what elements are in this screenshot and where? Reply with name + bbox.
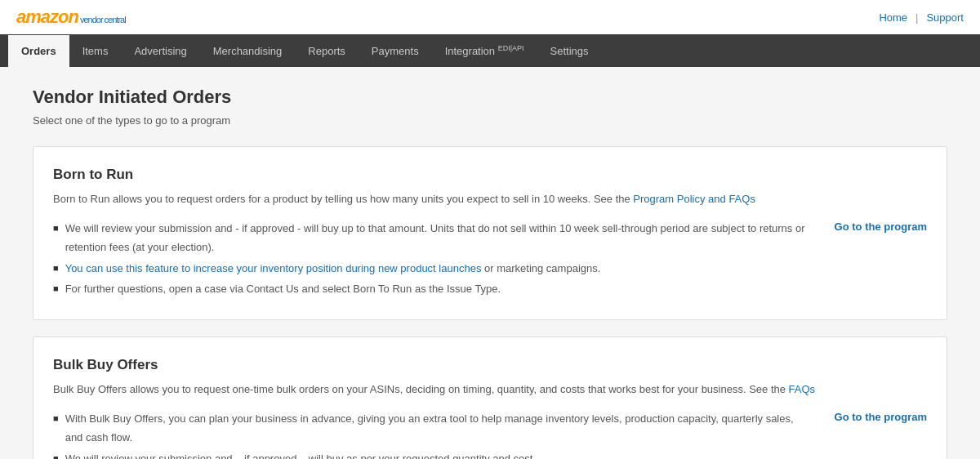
list-item: ■ We will review your submission and – i… — [53, 449, 810, 459]
nav-item-orders[interactable]: Orders — [8, 35, 69, 67]
nav-item-merchandising[interactable]: Merchandising — [200, 35, 296, 67]
bullet-icon: ■ — [53, 221, 59, 237]
support-link[interactable]: Support — [926, 11, 964, 24]
list-item: ■ We will review your submission and - i… — [53, 219, 810, 257]
bullet-icon: ■ — [53, 411, 59, 427]
born-to-run-description: Born to Run allows you to request orders… — [53, 191, 927, 207]
top-bar: amazonvendor central Home | Support — [0, 0, 980, 34]
nav-divider: | — [915, 11, 918, 24]
born-to-run-policy-link[interactable]: Program Policy and FAQs — [633, 193, 755, 205]
born-to-run-card: Born to Run Born to Run allows you to re… — [33, 146, 947, 320]
bullet-text: We will review your submission and - if … — [65, 219, 810, 257]
page-title: Vendor Initiated Orders — [33, 87, 947, 108]
list-item: ■ With Bulk Buy Offers, you can plan you… — [53, 409, 810, 448]
bullet-text: With Bulk Buy Offers, you can plan your … — [65, 409, 810, 448]
bullet-text: For further questions, open a case via C… — [65, 279, 501, 298]
bulk-buy-card: Bulk Buy Offers Bulk Buy Offers allows y… — [33, 336, 947, 459]
nav-item-payments[interactable]: Payments — [359, 35, 432, 67]
vendor-central-label: vendor central — [80, 15, 126, 25]
nav-item-reports[interactable]: Reports — [295, 35, 359, 67]
nav-item-advertising[interactable]: Advertising — [121, 35, 199, 67]
bulk-buy-go-link[interactable]: Go to the program — [835, 411, 927, 423]
bulk-buy-body: ■ With Bulk Buy Offers, you can plan you… — [53, 409, 927, 459]
amazon-logo: amazonvendor central — [16, 7, 126, 28]
bulk-buy-title: Bulk Buy Offers — [53, 357, 927, 373]
bulk-buy-faqs-link[interactable]: FAQs — [789, 383, 816, 395]
bulk-buy-description: Bulk Buy Offers allows you to request on… — [53, 381, 927, 398]
main-content: Vendor Initiated Orders Select one of th… — [0, 67, 980, 459]
born-to-run-body: ■ We will review your submission and - i… — [53, 219, 927, 301]
born-to-run-action: Go to the program — [835, 219, 927, 233]
born-to-run-bullets: ■ We will review your submission and - i… — [53, 219, 810, 301]
inventory-link[interactable]: You can use this feature to increase you… — [65, 262, 482, 274]
list-item: ■ You can use this feature to increase y… — [53, 259, 810, 278]
bullet-icon: ■ — [53, 261, 59, 277]
nav-bar: Orders Items Advertising Merchandising R… — [0, 34, 980, 67]
born-to-run-go-link[interactable]: Go to the program — [835, 221, 927, 233]
bulk-buy-bullets: ■ With Bulk Buy Offers, you can plan you… — [53, 409, 810, 459]
nav-item-settings[interactable]: Settings — [537, 35, 602, 67]
born-to-run-title: Born to Run — [53, 167, 927, 183]
top-nav: Home | Support — [879, 11, 964, 24]
bulk-buy-action: Go to the program — [835, 409, 927, 423]
home-link[interactable]: Home — [879, 11, 907, 24]
logo-area: amazonvendor central — [16, 7, 126, 28]
nav-item-integration[interactable]: Integration EDI|API — [432, 34, 537, 67]
bullet-text: We will review your submission and – if … — [65, 449, 536, 459]
list-item: ■ For further questions, open a case via… — [53, 279, 810, 298]
bullet-icon: ■ — [53, 451, 59, 459]
bullet-text: You can use this feature to increase you… — [65, 259, 601, 278]
page-subtitle: Select one of the types to go to a progr… — [33, 114, 947, 127]
nav-item-items[interactable]: Items — [69, 35, 122, 67]
bullet-icon: ■ — [53, 281, 59, 297]
